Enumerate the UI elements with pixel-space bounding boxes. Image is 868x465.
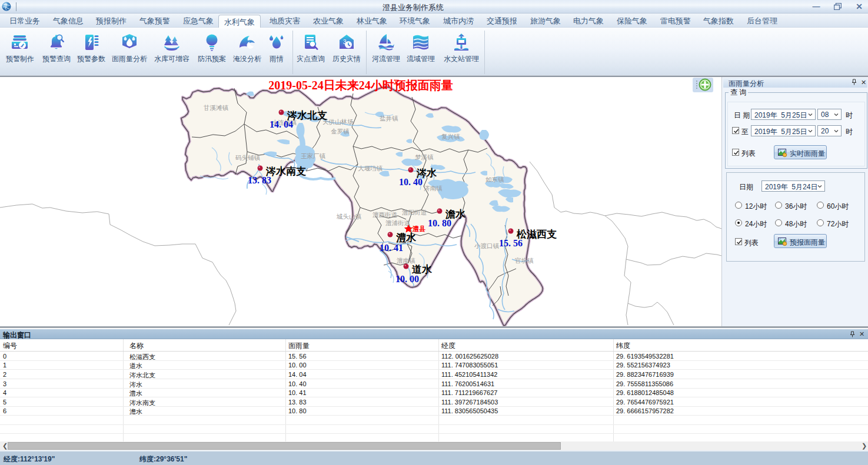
- svg-text:澧阳街道: 澧阳街道: [402, 209, 427, 216]
- svg-text:涔南镇: 涔南镇: [424, 185, 443, 192]
- svg-text:澧西街道: 澧西街道: [373, 211, 398, 218]
- svg-text:澧县: 澧县: [412, 225, 425, 232]
- svg-text:10. 00: 10. 00: [395, 274, 419, 284]
- svg-text:13. 83: 13. 83: [248, 175, 271, 185]
- svg-text:梦溪镇: 梦溪镇: [415, 153, 434, 160]
- svg-text:金罗镇: 金罗镇: [331, 128, 350, 135]
- svg-text:澧水: 澧水: [396, 232, 417, 243]
- svg-text:澧南镇: 澧南镇: [397, 257, 415, 264]
- svg-text:复兴镇: 复兴镇: [441, 133, 460, 140]
- svg-text:王家厂镇: 王家厂镇: [301, 152, 326, 159]
- svg-text:小渡口镇: 小渡口镇: [474, 242, 500, 249]
- svg-text:甘溪滩镇: 甘溪滩镇: [203, 104, 229, 111]
- svg-text:盐井镇: 盐井镇: [380, 115, 398, 122]
- svg-text:澧浦街道: 澧浦街道: [385, 219, 411, 226]
- svg-text:如东镇: 如东镇: [485, 176, 504, 183]
- svg-text:10. 40: 10. 40: [399, 177, 423, 187]
- svg-text:14. 04: 14. 04: [270, 119, 293, 129]
- svg-text:大堰垱镇: 大堰垱镇: [358, 165, 383, 172]
- svg-text:官垸镇: 官垸镇: [515, 257, 534, 264]
- svg-text:城头山镇: 城头山镇: [336, 213, 362, 220]
- svg-text:10. 41: 10. 41: [380, 243, 403, 253]
- svg-text:涔水南支: 涔水南支: [265, 166, 307, 177]
- svg-text:15. 56: 15. 56: [499, 238, 523, 248]
- svg-text:10. 80: 10. 80: [428, 218, 451, 228]
- svg-text:码头铺镇: 码头铺镇: [235, 154, 261, 161]
